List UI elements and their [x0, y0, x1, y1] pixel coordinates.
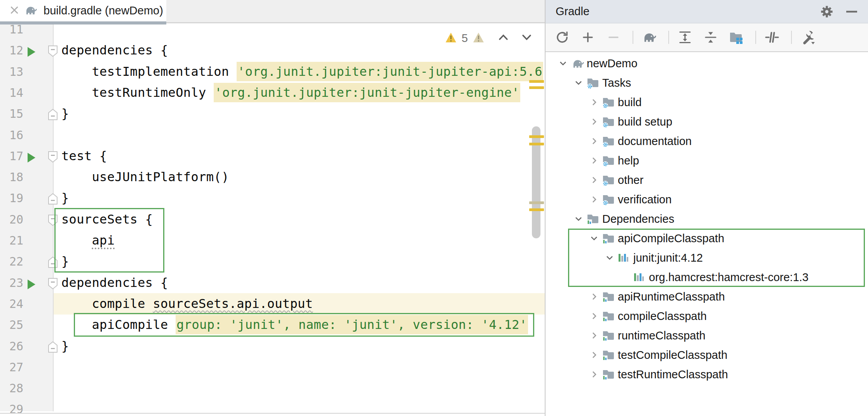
- offline-mode-icon[interactable]: [763, 28, 781, 46]
- chevron-right-icon[interactable]: [587, 135, 601, 147]
- group-tasks-icon[interactable]: [727, 28, 745, 46]
- dependencies-folder-icon: [601, 290, 616, 304]
- tree-item-tasks[interactable]: Tasks: [546, 73, 868, 93]
- chevron-right-icon[interactable]: [587, 369, 601, 380]
- next-chevron-icon[interactable]: [521, 32, 533, 44]
- code-text: dependencies {: [61, 40, 168, 61]
- line-number: 16: [0, 124, 23, 146]
- editor-scrollbar[interactable]: [528, 24, 545, 411]
- tab-build-gradle[interactable]: build.gradle (newDemo): [0, 0, 166, 21]
- warning-stripe[interactable]: [529, 86, 544, 89]
- line-number: 28: [0, 378, 23, 399]
- warning-stripe[interactable]: [529, 135, 544, 138]
- remove-icon[interactable]: [605, 28, 622, 46]
- code-line-15[interactable]: 15 }: [0, 103, 545, 124]
- editor-pane: build.gradle (newDemo) 11 12 dependencie…: [0, 0, 545, 416]
- code-line-16[interactable]: 16: [0, 124, 545, 146]
- code-text: }: [61, 187, 69, 209]
- expand-all-icon[interactable]: [676, 28, 694, 46]
- tree-item-documentation[interactable]: documentation: [546, 131, 868, 151]
- tree-item-label: help: [618, 154, 639, 167]
- tasks-folder-icon: [601, 134, 616, 148]
- line-number: 23: [0, 272, 23, 294]
- line-number: 22: [0, 251, 23, 272]
- chevron-down-icon[interactable]: [587, 232, 601, 244]
- collapse-all-icon[interactable]: [702, 28, 720, 46]
- code-line-19[interactable]: 19 }: [0, 187, 545, 209]
- inspections-widget[interactable]: 5: [445, 31, 533, 45]
- code-text: api: [61, 230, 115, 251]
- tree-item-other[interactable]: other: [546, 170, 868, 190]
- tree-item-help[interactable]: help: [546, 151, 868, 170]
- weak-warning-stripe[interactable]: [529, 201, 544, 204]
- code-line-27[interactable]: 27: [0, 357, 545, 378]
- close-icon[interactable]: [10, 6, 19, 16]
- code-line-17[interactable]: 17 test {: [0, 145, 545, 167]
- tree-item-label: junit:junit:4.12: [633, 252, 703, 264]
- code-line-20[interactable]: 20 sourceSets {: [0, 209, 545, 230]
- tree-item-verification[interactable]: verification: [546, 190, 868, 209]
- dependencies-folder-icon: [601, 309, 616, 323]
- chevron-right-icon[interactable]: [587, 174, 601, 186]
- code-line-14[interactable]: 14 testRuntimeOnly 'org.junit.jupiter:ju…: [0, 82, 545, 103]
- code-text: useJUnitPlatform(): [61, 166, 229, 188]
- code-line-13[interactable]: 13 testImplementation 'org.junit.jupiter…: [0, 61, 545, 82]
- gradle-settings-wrench-icon[interactable]: [799, 28, 817, 46]
- tree-item-junit[interactable]: junit:junit:4.12: [546, 248, 868, 267]
- code-line-25[interactable]: 25 apiCompile group: 'junit', name: 'jun…: [0, 314, 545, 336]
- chevron-down-icon[interactable]: [602, 252, 617, 264]
- code-line-26[interactable]: 26 }: [0, 336, 545, 357]
- warning-stripe[interactable]: [529, 208, 544, 211]
- tree-item-apiruntimeclasspath[interactable]: apiRuntimeClasspath: [546, 287, 868, 306]
- tree-item-label: Tasks: [602, 77, 631, 89]
- line-number: 11: [0, 24, 23, 40]
- code-line-21[interactable]: 21 api: [0, 230, 545, 251]
- editor-bottom-border: [0, 413, 545, 414]
- warning-stripe[interactable]: [529, 80, 544, 83]
- minimize-icon[interactable]: [845, 10, 858, 14]
- tree-item-testcompileclasspath[interactable]: testCompileClasspath: [546, 345, 868, 365]
- tree-item-newdemo[interactable]: newDemo: [546, 54, 868, 73]
- warning-stripe[interactable]: [529, 143, 544, 145]
- tree-item-compileclasspath[interactable]: compileClasspath: [546, 306, 868, 326]
- chevron-down-icon[interactable]: [556, 58, 570, 69]
- dependencies-folder-icon: [601, 329, 616, 343]
- tree-item-runtimeclasspath[interactable]: runtimeClasspath: [546, 326, 868, 345]
- editor-body[interactable]: 11 12 dependencies { 13 testImplementati…: [0, 24, 545, 416]
- code-line-28[interactable]: 28: [0, 378, 545, 399]
- chevron-right-icon[interactable]: [587, 330, 601, 341]
- refresh-icon[interactable]: [553, 28, 571, 46]
- tree-item-label: build setup: [618, 115, 672, 128]
- code-line-23[interactable]: 23 dependencies {: [0, 272, 545, 294]
- code-line-18[interactable]: 18 useJUnitPlatform(): [0, 166, 545, 188]
- prev-chevron-icon[interactable]: [497, 32, 509, 44]
- code-text: testImplementation 'org.junit.jupiter:ju…: [61, 61, 543, 82]
- code-line-24[interactable]: 24 compile sourceSets.api.output: [0, 293, 545, 315]
- chevron-right-icon[interactable]: [587, 155, 601, 166]
- tree-item-testruntimeclasspath[interactable]: testRuntimeClasspath: [546, 365, 868, 384]
- code-line-22[interactable]: 22 }: [0, 251, 545, 272]
- gear-icon[interactable]: [819, 4, 835, 19]
- dependencies-folder-icon: [601, 231, 616, 245]
- code-text: }: [61, 336, 69, 357]
- tree-item-apicompileclasspath[interactable]: apiCompileClasspath: [546, 229, 868, 248]
- tree-item-build-setup[interactable]: build setup: [546, 112, 868, 131]
- tree-item-dependencies[interactable]: Dependencies: [546, 209, 868, 229]
- add-icon[interactable]: [579, 28, 597, 46]
- chevron-right-icon[interactable]: [587, 349, 601, 361]
- chevron-right-icon[interactable]: [587, 310, 601, 322]
- code-text: compile sourceSets.api.output: [61, 293, 313, 315]
- run-gradle-task-icon[interactable]: [640, 28, 658, 46]
- chevron-right-icon[interactable]: [587, 116, 601, 128]
- tree-item-label: testRuntimeClasspath: [618, 368, 728, 381]
- chevron-down-icon[interactable]: [571, 213, 586, 225]
- line-number: 18: [0, 166, 23, 188]
- chevron-down-icon[interactable]: [571, 77, 586, 89]
- tree-item-build[interactable]: build: [546, 93, 868, 112]
- chevron-right-icon[interactable]: [587, 291, 601, 302]
- warning-count: 5: [462, 32, 468, 45]
- tree-item-hamcrest[interactable]: org.hamcrest:hamcrest-core:1.3: [546, 267, 868, 287]
- chevron-right-icon[interactable]: [587, 194, 601, 205]
- dependencies-folder-icon: [601, 367, 616, 381]
- chevron-right-icon[interactable]: [587, 96, 601, 108]
